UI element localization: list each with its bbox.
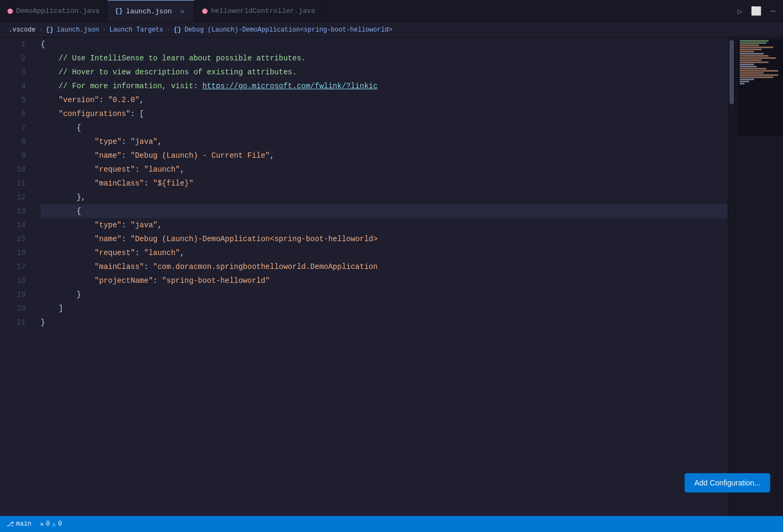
breadcrumb-vscode[interactable]: .vscode bbox=[9, 26, 35, 34]
line-number-19: 19 bbox=[11, 288, 26, 302]
token bbox=[41, 110, 59, 118]
line-number-14: 14 bbox=[11, 218, 26, 232]
breadcrumb-launch-json[interactable]: launch.json bbox=[57, 26, 99, 34]
editor: 123456789101112131415161718192021 { // U… bbox=[0, 37, 783, 516]
token: // Hover to view descriptions of existin… bbox=[41, 68, 297, 76]
breadcrumb-debug-config[interactable]: Debug (Launch)-DemoApplication<spring-bo… bbox=[185, 26, 393, 34]
token bbox=[41, 179, 95, 188]
run-icon[interactable]: ▷ bbox=[738, 6, 743, 17]
token: "Debug (Launch) - Current File" bbox=[130, 151, 270, 160]
line-numbers: 123456789101112131415161718192021 bbox=[0, 37, 32, 516]
token bbox=[41, 96, 59, 104]
code-line-20: ] bbox=[41, 302, 727, 315]
breadcrumb-launch-targets[interactable]: Launch Targets bbox=[109, 26, 163, 34]
token: "mainClass" bbox=[95, 179, 144, 188]
line-number-5: 5 bbox=[11, 93, 26, 107]
scrollbar[interactable] bbox=[727, 37, 735, 516]
token bbox=[41, 249, 95, 257]
code-line-4: // For more information, visit: https://… bbox=[41, 79, 727, 93]
token: "${file}" bbox=[153, 179, 194, 188]
token: "name" bbox=[95, 151, 121, 160]
token: , bbox=[140, 96, 144, 104]
code-line-1: { bbox=[41, 37, 727, 51]
code-line-10: "request": "launch", bbox=[41, 163, 727, 176]
code-line-3: // Hover to view descriptions of existin… bbox=[41, 65, 727, 79]
tab-error-icon bbox=[7, 9, 13, 14]
add-configuration-button[interactable]: Add Configuration... bbox=[685, 473, 770, 492]
token: "request" bbox=[95, 249, 135, 257]
line-number-11: 11 bbox=[11, 176, 26, 190]
line-number-16: 16 bbox=[11, 246, 26, 260]
line-number-10: 10 bbox=[11, 163, 26, 176]
token bbox=[41, 151, 95, 160]
line-number-17: 17 bbox=[11, 260, 26, 274]
tab-actions: ▷ ⬜ ⋯ bbox=[738, 6, 783, 17]
token: : bbox=[135, 249, 144, 257]
status-bar: ⎇ main ✕ 0 ⚠ 0 bbox=[0, 516, 783, 532]
token bbox=[41, 165, 95, 174]
token bbox=[41, 235, 95, 243]
token: { bbox=[41, 40, 45, 49]
token: { bbox=[41, 124, 81, 132]
token: } bbox=[41, 290, 81, 299]
code-line-8: "type": "java", bbox=[41, 135, 727, 149]
token: , bbox=[157, 137, 162, 146]
token bbox=[41, 276, 95, 285]
token: : bbox=[144, 179, 153, 188]
errors-count[interactable]: ✕ 0 ⚠ 0 bbox=[40, 520, 62, 528]
code-line-7: { bbox=[41, 121, 727, 135]
tab-launch-json[interactable]: {} launch.json ✕ bbox=[108, 0, 195, 22]
line-number-6: 6 bbox=[11, 107, 26, 121]
token: https://go.microsoft.com/fwlink/?linkic bbox=[202, 82, 378, 90]
token: // For more information, visit: bbox=[41, 82, 202, 90]
code-line-5: "version": "0.2.0", bbox=[41, 93, 727, 107]
line-number-13: 13 bbox=[11, 204, 26, 218]
code-content[interactable]: { // Use IntelliSense to learn about pos… bbox=[32, 37, 727, 516]
token: { bbox=[41, 207, 81, 215]
token bbox=[41, 221, 95, 229]
token: "version" bbox=[59, 96, 99, 104]
token: "type" bbox=[95, 221, 121, 229]
more-actions-icon[interactable]: ⋯ bbox=[770, 6, 776, 17]
tab-close-button[interactable]: ✕ bbox=[178, 7, 187, 16]
code-line-13: { bbox=[41, 204, 727, 218]
line-number-1: 1 bbox=[11, 37, 26, 51]
line-number-20: 20 bbox=[11, 302, 26, 315]
token: "configurations" bbox=[59, 110, 130, 118]
error-icon: ✕ bbox=[40, 520, 44, 528]
token: , bbox=[180, 165, 184, 174]
token: : bbox=[121, 151, 130, 160]
token: : bbox=[153, 276, 162, 285]
token bbox=[41, 263, 95, 271]
code-line-6: "configurations": [ bbox=[41, 107, 727, 121]
tab-helloworld-controller[interactable]: helloworldController.java bbox=[195, 0, 323, 22]
git-branch[interactable]: ⎇ main bbox=[6, 520, 32, 528]
minimap[interactable] bbox=[735, 37, 783, 516]
token: "name" bbox=[95, 235, 121, 243]
token: : bbox=[121, 137, 130, 146]
breadcrumb-obj-icon: {} bbox=[173, 26, 181, 34]
line-number-9: 9 bbox=[11, 149, 26, 163]
line-number-18: 18 bbox=[11, 274, 26, 288]
token: "Debug (Launch)-DemoApplication<spring-b… bbox=[130, 235, 378, 243]
token: , bbox=[180, 249, 184, 257]
line-number-12: 12 bbox=[11, 190, 26, 204]
code-line-11: "mainClass": "${file}" bbox=[41, 176, 727, 190]
code-line-16: "request": "launch", bbox=[41, 246, 727, 260]
token: "launch" bbox=[144, 249, 180, 257]
token: "spring-boot-helloworld" bbox=[162, 276, 270, 285]
tab-demo-application[interactable]: DemoApplication.java bbox=[0, 0, 108, 22]
tab-label: launch.json bbox=[126, 7, 172, 16]
token: "0.2.0" bbox=[108, 96, 140, 104]
line-number-2: 2 bbox=[11, 51, 26, 65]
line-number-15: 15 bbox=[11, 232, 26, 246]
token: : bbox=[121, 221, 130, 229]
scrollbar-thumb[interactable] bbox=[730, 40, 734, 104]
code-line-19: } bbox=[41, 288, 727, 302]
warning-icon: ⚠ bbox=[52, 520, 56, 528]
split-editor-icon[interactable]: ⬜ bbox=[751, 6, 762, 17]
code-line-15: "name": "Debug (Launch)-DemoApplication<… bbox=[41, 232, 727, 246]
code-line-2: // Use IntelliSense to learn about possi… bbox=[41, 51, 727, 65]
token: }, bbox=[41, 193, 86, 202]
token: "launch" bbox=[144, 165, 180, 174]
